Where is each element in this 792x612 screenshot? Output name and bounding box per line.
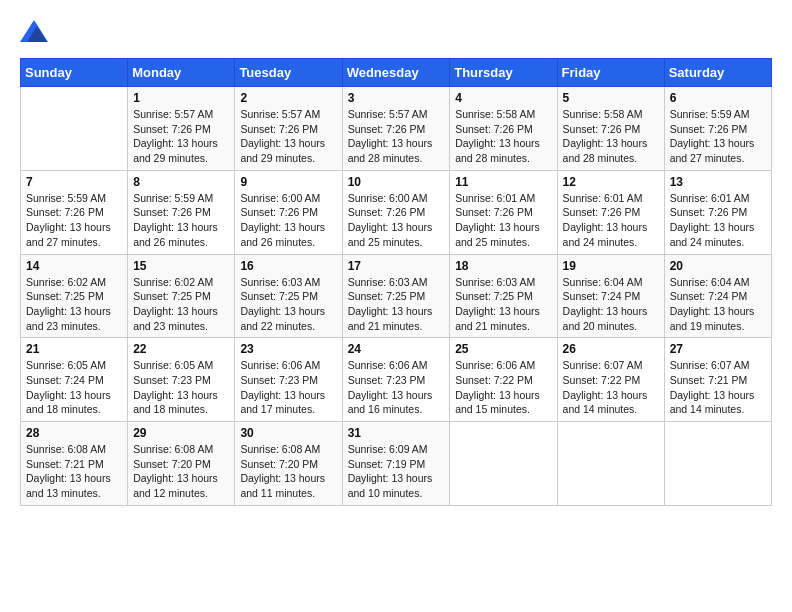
day-number: 3 xyxy=(348,91,445,105)
day-number: 29 xyxy=(133,426,229,440)
day-number: 10 xyxy=(348,175,445,189)
table-row: 13Sunrise: 6:01 AM Sunset: 7:26 PM Dayli… xyxy=(664,170,771,254)
logo-icon xyxy=(20,20,48,42)
table-row: 1Sunrise: 5:57 AM Sunset: 7:26 PM Daylig… xyxy=(128,87,235,171)
table-row: 11Sunrise: 6:01 AM Sunset: 7:26 PM Dayli… xyxy=(450,170,557,254)
day-info: Sunrise: 6:01 AM Sunset: 7:26 PM Dayligh… xyxy=(563,191,659,250)
day-number: 1 xyxy=(133,91,229,105)
day-info: Sunrise: 6:03 AM Sunset: 7:25 PM Dayligh… xyxy=(348,275,445,334)
day-info: Sunrise: 6:00 AM Sunset: 7:26 PM Dayligh… xyxy=(348,191,445,250)
table-row: 21Sunrise: 6:05 AM Sunset: 7:24 PM Dayli… xyxy=(21,338,128,422)
day-info: Sunrise: 6:08 AM Sunset: 7:21 PM Dayligh… xyxy=(26,442,122,501)
table-row: 9Sunrise: 6:00 AM Sunset: 7:26 PM Daylig… xyxy=(235,170,342,254)
day-number: 4 xyxy=(455,91,551,105)
day-number: 28 xyxy=(26,426,122,440)
table-row: 14Sunrise: 6:02 AM Sunset: 7:25 PM Dayli… xyxy=(21,254,128,338)
calendar-week-1: 1Sunrise: 5:57 AM Sunset: 7:26 PM Daylig… xyxy=(21,87,772,171)
day-info: Sunrise: 6:00 AM Sunset: 7:26 PM Dayligh… xyxy=(240,191,336,250)
weekday-header-sunday: Sunday xyxy=(21,59,128,87)
calendar-table: SundayMondayTuesdayWednesdayThursdayFrid… xyxy=(20,58,772,506)
day-number: 20 xyxy=(670,259,766,273)
day-info: Sunrise: 6:02 AM Sunset: 7:25 PM Dayligh… xyxy=(26,275,122,334)
table-row: 18Sunrise: 6:03 AM Sunset: 7:25 PM Dayli… xyxy=(450,254,557,338)
day-info: Sunrise: 6:01 AM Sunset: 7:26 PM Dayligh… xyxy=(670,191,766,250)
day-info: Sunrise: 5:58 AM Sunset: 7:26 PM Dayligh… xyxy=(455,107,551,166)
table-row: 24Sunrise: 6:06 AM Sunset: 7:23 PM Dayli… xyxy=(342,338,450,422)
table-row: 19Sunrise: 6:04 AM Sunset: 7:24 PM Dayli… xyxy=(557,254,664,338)
weekday-header-tuesday: Tuesday xyxy=(235,59,342,87)
table-row: 25Sunrise: 6:06 AM Sunset: 7:22 PM Dayli… xyxy=(450,338,557,422)
day-number: 11 xyxy=(455,175,551,189)
calendar-week-5: 28Sunrise: 6:08 AM Sunset: 7:21 PM Dayli… xyxy=(21,422,772,506)
day-info: Sunrise: 5:59 AM Sunset: 7:26 PM Dayligh… xyxy=(670,107,766,166)
table-row: 8Sunrise: 5:59 AM Sunset: 7:26 PM Daylig… xyxy=(128,170,235,254)
calendar-week-4: 21Sunrise: 6:05 AM Sunset: 7:24 PM Dayli… xyxy=(21,338,772,422)
day-number: 13 xyxy=(670,175,766,189)
weekday-header-saturday: Saturday xyxy=(664,59,771,87)
day-info: Sunrise: 5:59 AM Sunset: 7:26 PM Dayligh… xyxy=(26,191,122,250)
day-number: 19 xyxy=(563,259,659,273)
table-row: 22Sunrise: 6:05 AM Sunset: 7:23 PM Dayli… xyxy=(128,338,235,422)
day-number: 21 xyxy=(26,342,122,356)
table-row: 4Sunrise: 5:58 AM Sunset: 7:26 PM Daylig… xyxy=(450,87,557,171)
weekday-header-monday: Monday xyxy=(128,59,235,87)
table-row: 28Sunrise: 6:08 AM Sunset: 7:21 PM Dayli… xyxy=(21,422,128,506)
day-info: Sunrise: 5:57 AM Sunset: 7:26 PM Dayligh… xyxy=(133,107,229,166)
table-row: 6Sunrise: 5:59 AM Sunset: 7:26 PM Daylig… xyxy=(664,87,771,171)
day-number: 17 xyxy=(348,259,445,273)
page-header xyxy=(20,20,772,42)
day-number: 5 xyxy=(563,91,659,105)
day-info: Sunrise: 6:06 AM Sunset: 7:22 PM Dayligh… xyxy=(455,358,551,417)
day-info: Sunrise: 6:04 AM Sunset: 7:24 PM Dayligh… xyxy=(670,275,766,334)
day-info: Sunrise: 6:01 AM Sunset: 7:26 PM Dayligh… xyxy=(455,191,551,250)
day-info: Sunrise: 6:08 AM Sunset: 7:20 PM Dayligh… xyxy=(133,442,229,501)
day-number: 22 xyxy=(133,342,229,356)
day-number: 9 xyxy=(240,175,336,189)
table-row: 15Sunrise: 6:02 AM Sunset: 7:25 PM Dayli… xyxy=(128,254,235,338)
day-number: 2 xyxy=(240,91,336,105)
table-row xyxy=(450,422,557,506)
calendar-week-3: 14Sunrise: 6:02 AM Sunset: 7:25 PM Dayli… xyxy=(21,254,772,338)
calendar-body: 1Sunrise: 5:57 AM Sunset: 7:26 PM Daylig… xyxy=(21,87,772,506)
day-number: 30 xyxy=(240,426,336,440)
calendar-week-2: 7Sunrise: 5:59 AM Sunset: 7:26 PM Daylig… xyxy=(21,170,772,254)
day-number: 24 xyxy=(348,342,445,356)
table-row: 10Sunrise: 6:00 AM Sunset: 7:26 PM Dayli… xyxy=(342,170,450,254)
day-info: Sunrise: 6:09 AM Sunset: 7:19 PM Dayligh… xyxy=(348,442,445,501)
table-row xyxy=(21,87,128,171)
table-row: 5Sunrise: 5:58 AM Sunset: 7:26 PM Daylig… xyxy=(557,87,664,171)
day-info: Sunrise: 5:58 AM Sunset: 7:26 PM Dayligh… xyxy=(563,107,659,166)
day-info: Sunrise: 5:59 AM Sunset: 7:26 PM Dayligh… xyxy=(133,191,229,250)
day-info: Sunrise: 5:57 AM Sunset: 7:26 PM Dayligh… xyxy=(240,107,336,166)
day-number: 27 xyxy=(670,342,766,356)
table-row: 20Sunrise: 6:04 AM Sunset: 7:24 PM Dayli… xyxy=(664,254,771,338)
day-info: Sunrise: 6:04 AM Sunset: 7:24 PM Dayligh… xyxy=(563,275,659,334)
table-row: 16Sunrise: 6:03 AM Sunset: 7:25 PM Dayli… xyxy=(235,254,342,338)
day-info: Sunrise: 6:05 AM Sunset: 7:23 PM Dayligh… xyxy=(133,358,229,417)
table-row: 29Sunrise: 6:08 AM Sunset: 7:20 PM Dayli… xyxy=(128,422,235,506)
table-row xyxy=(557,422,664,506)
day-info: Sunrise: 6:06 AM Sunset: 7:23 PM Dayligh… xyxy=(240,358,336,417)
day-number: 31 xyxy=(348,426,445,440)
weekday-header-thursday: Thursday xyxy=(450,59,557,87)
day-info: Sunrise: 6:07 AM Sunset: 7:21 PM Dayligh… xyxy=(670,358,766,417)
day-number: 25 xyxy=(455,342,551,356)
day-info: Sunrise: 6:05 AM Sunset: 7:24 PM Dayligh… xyxy=(26,358,122,417)
table-row xyxy=(664,422,771,506)
table-row: 7Sunrise: 5:59 AM Sunset: 7:26 PM Daylig… xyxy=(21,170,128,254)
day-info: Sunrise: 6:08 AM Sunset: 7:20 PM Dayligh… xyxy=(240,442,336,501)
day-info: Sunrise: 6:03 AM Sunset: 7:25 PM Dayligh… xyxy=(240,275,336,334)
weekday-header-row: SundayMondayTuesdayWednesdayThursdayFrid… xyxy=(21,59,772,87)
table-row: 2Sunrise: 5:57 AM Sunset: 7:26 PM Daylig… xyxy=(235,87,342,171)
day-info: Sunrise: 6:03 AM Sunset: 7:25 PM Dayligh… xyxy=(455,275,551,334)
day-info: Sunrise: 6:02 AM Sunset: 7:25 PM Dayligh… xyxy=(133,275,229,334)
table-row: 3Sunrise: 5:57 AM Sunset: 7:26 PM Daylig… xyxy=(342,87,450,171)
table-row: 31Sunrise: 6:09 AM Sunset: 7:19 PM Dayli… xyxy=(342,422,450,506)
day-info: Sunrise: 6:07 AM Sunset: 7:22 PM Dayligh… xyxy=(563,358,659,417)
table-row: 30Sunrise: 6:08 AM Sunset: 7:20 PM Dayli… xyxy=(235,422,342,506)
day-number: 7 xyxy=(26,175,122,189)
table-row: 12Sunrise: 6:01 AM Sunset: 7:26 PM Dayli… xyxy=(557,170,664,254)
day-number: 15 xyxy=(133,259,229,273)
day-number: 14 xyxy=(26,259,122,273)
day-number: 23 xyxy=(240,342,336,356)
